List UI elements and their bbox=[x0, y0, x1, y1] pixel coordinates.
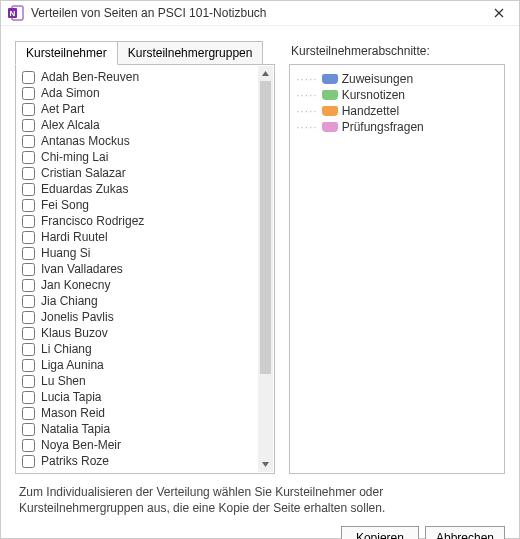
student-item[interactable]: Eduardas Zukas bbox=[18, 181, 254, 197]
student-checkbox[interactable] bbox=[22, 199, 35, 212]
student-checkbox[interactable] bbox=[22, 407, 35, 420]
student-item[interactable]: Natalia Tapia bbox=[18, 421, 254, 437]
student-checkbox[interactable] bbox=[22, 119, 35, 132]
student-checkbox[interactable] bbox=[22, 215, 35, 228]
student-item[interactable]: Francisco Rodrigez bbox=[18, 213, 254, 229]
student-checkbox[interactable] bbox=[22, 327, 35, 340]
section-tab-icon bbox=[322, 122, 338, 132]
student-checkbox[interactable] bbox=[22, 231, 35, 244]
scroll-track[interactable] bbox=[258, 81, 273, 457]
student-name: Klaus Buzov bbox=[41, 326, 108, 340]
student-item[interactable]: Jia Chiang bbox=[18, 293, 254, 309]
copy-button[interactable]: Kopieren bbox=[341, 526, 419, 539]
tree-connector: ····· bbox=[296, 120, 318, 134]
sections-tree: ·····Zuweisungen·····Kursnotizen·····Han… bbox=[289, 64, 505, 474]
student-checkbox[interactable] bbox=[22, 183, 35, 196]
student-item[interactable]: Antanas Mockus bbox=[18, 133, 254, 149]
student-name: Chi-ming Lai bbox=[41, 150, 108, 164]
student-checkbox[interactable] bbox=[22, 439, 35, 452]
student-item[interactable]: Chi-ming Lai bbox=[18, 149, 254, 165]
student-name: Patriks Roze bbox=[41, 454, 109, 468]
student-item[interactable]: Lu Shen bbox=[18, 373, 254, 389]
student-checkbox[interactable] bbox=[22, 391, 35, 404]
student-listbox: Adah Ben-ReuvenAda SimonAet PartAlex Alc… bbox=[15, 64, 275, 474]
scroll-thumb[interactable] bbox=[260, 81, 271, 374]
close-icon bbox=[494, 8, 504, 18]
student-item[interactable]: Mason Reid bbox=[18, 405, 254, 421]
student-item[interactable]: Jan Konecny bbox=[18, 277, 254, 293]
chevron-up-icon bbox=[262, 71, 269, 76]
right-panel: Kursteilnehmerabschnitte: ·····Zuweisung… bbox=[289, 40, 505, 474]
student-name: Liga Aunina bbox=[41, 358, 104, 372]
student-item[interactable]: Ivan Valladares bbox=[18, 261, 254, 277]
student-name: Eduardas Zukas bbox=[41, 182, 128, 196]
student-checkbox[interactable] bbox=[22, 135, 35, 148]
tab-participants[interactable]: Kursteilnehmer bbox=[15, 41, 118, 65]
tab-groups[interactable]: Kursteilnehmergruppen bbox=[118, 41, 264, 65]
student-item[interactable]: Alex Alcala bbox=[18, 117, 254, 133]
student-item[interactable]: Liga Aunina bbox=[18, 357, 254, 373]
student-item[interactable]: Patriks Roze bbox=[18, 453, 254, 469]
student-item[interactable]: Adah Ben-Reuven bbox=[18, 69, 254, 85]
section-item[interactable]: ·····Handzettel bbox=[294, 103, 500, 119]
student-checkbox[interactable] bbox=[22, 343, 35, 356]
student-name: Jia Chiang bbox=[41, 294, 98, 308]
student-name: Adah Ben-Reuven bbox=[41, 70, 139, 84]
close-button[interactable] bbox=[487, 1, 511, 25]
section-item[interactable]: ·····Zuweisungen bbox=[294, 71, 500, 87]
scroll-down-button[interactable] bbox=[258, 457, 273, 472]
student-checkbox[interactable] bbox=[22, 103, 35, 116]
student-item[interactable]: Jonelis Pavlis bbox=[18, 309, 254, 325]
cancel-button[interactable]: Abbrechen bbox=[425, 526, 505, 539]
student-name: Alex Alcala bbox=[41, 118, 100, 132]
student-item[interactable]: Hardi Ruutel bbox=[18, 229, 254, 245]
chevron-down-icon bbox=[262, 462, 269, 467]
student-checkbox[interactable] bbox=[22, 167, 35, 180]
svg-text:N: N bbox=[10, 9, 16, 18]
dialog-window: N Verteilen von Seiten an PSCI 101-Notiz… bbox=[0, 0, 520, 539]
student-item[interactable]: Noya Ben-Meir bbox=[18, 437, 254, 453]
student-name: Ada Simon bbox=[41, 86, 100, 100]
student-name: Aet Part bbox=[41, 102, 84, 116]
student-item[interactable]: Huang Si bbox=[18, 245, 254, 261]
student-item[interactable]: Cristian Salazar bbox=[18, 165, 254, 181]
button-bar: Kopieren Abbrechen bbox=[1, 522, 519, 539]
student-item[interactable]: Fei Song bbox=[18, 197, 254, 213]
section-tab-icon bbox=[322, 90, 338, 100]
student-name: Jan Konecny bbox=[41, 278, 110, 292]
section-label: Prüfungsfragen bbox=[342, 120, 424, 134]
student-checkbox[interactable] bbox=[22, 375, 35, 388]
student-checkbox[interactable] bbox=[22, 423, 35, 436]
student-checkbox[interactable] bbox=[22, 359, 35, 372]
student-checkbox[interactable] bbox=[22, 295, 35, 308]
student-name: Cristian Salazar bbox=[41, 166, 126, 180]
student-name: Lu Shen bbox=[41, 374, 86, 388]
student-checkbox[interactable] bbox=[22, 455, 35, 468]
tree-connector: ····· bbox=[296, 104, 318, 118]
student-checkbox[interactable] bbox=[22, 263, 35, 276]
student-checkbox[interactable] bbox=[22, 247, 35, 260]
student-item[interactable]: Ada Simon bbox=[18, 85, 254, 101]
section-item[interactable]: ·····Prüfungsfragen bbox=[294, 119, 500, 135]
section-item[interactable]: ·····Kursnotizen bbox=[294, 87, 500, 103]
student-checkbox[interactable] bbox=[22, 151, 35, 164]
dialog-body: Kursteilnehmer Kursteilnehmergruppen Ada… bbox=[1, 26, 519, 522]
student-checkbox[interactable] bbox=[22, 87, 35, 100]
student-item[interactable]: Lucia Tapia bbox=[18, 389, 254, 405]
student-name: Lucia Tapia bbox=[41, 390, 102, 404]
section-tab-icon bbox=[322, 106, 338, 116]
scrollbar[interactable] bbox=[258, 66, 273, 472]
onenote-icon: N bbox=[7, 4, 25, 22]
student-checkbox[interactable] bbox=[22, 311, 35, 324]
student-checkbox[interactable] bbox=[22, 279, 35, 292]
scroll-up-button[interactable] bbox=[258, 66, 273, 81]
student-checkbox[interactable] bbox=[22, 71, 35, 84]
tree-connector: ····· bbox=[296, 88, 318, 102]
section-tab-icon bbox=[322, 74, 338, 84]
section-label: Kursnotizen bbox=[342, 88, 405, 102]
titlebar: N Verteilen von Seiten an PSCI 101-Notiz… bbox=[1, 1, 519, 26]
panels: Kursteilnehmer Kursteilnehmergruppen Ada… bbox=[15, 40, 505, 474]
student-item[interactable]: Klaus Buzov bbox=[18, 325, 254, 341]
student-item[interactable]: Aet Part bbox=[18, 101, 254, 117]
student-item[interactable]: Li Chiang bbox=[18, 341, 254, 357]
